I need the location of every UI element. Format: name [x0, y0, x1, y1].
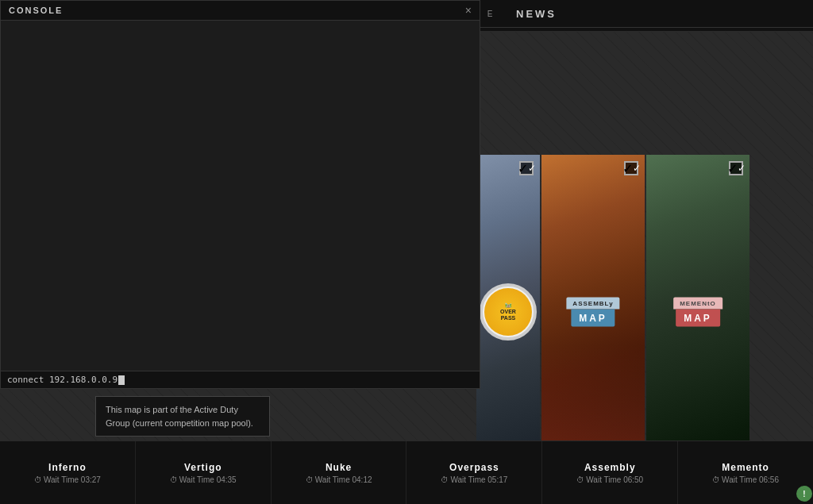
- nuke-wait: ⏱ Wait Time 04:12: [306, 475, 372, 484]
- label-inferno[interactable]: Inferno ⏱ Wait Time 03:27: [0, 441, 136, 504]
- memento-badge-bottom: MAP: [676, 310, 720, 327]
- assembly-badge-bottom: MAP: [571, 310, 615, 327]
- check-icon-assembly: ✓: [622, 161, 633, 176]
- console-input-area[interactable]: connect 192.168.0.0.9: [1, 371, 480, 388]
- vertigo-name: Vertigo: [184, 462, 222, 473]
- label-nuke[interactable]: Nuke ⏱ Wait Time 04:12: [272, 441, 407, 504]
- console-cursor: [118, 375, 125, 385]
- inferno-name: Inferno: [48, 462, 87, 473]
- nav-home[interactable]: E: [476, 0, 504, 28]
- clock-overpass: ⏱: [441, 475, 449, 484]
- overpass-badge-inner: 🛤️ OVER PASS: [484, 288, 532, 336]
- notification-icon: !: [803, 490, 805, 498]
- console-title: CONSOLE: [9, 6, 63, 15]
- check-icon: ✓: [518, 161, 528, 176]
- map-label-row: Inferno ⏱ Wait Time 03:27 Vertigo ⏱ Wait…: [0, 441, 813, 504]
- label-vertigo[interactable]: Vertigo ⏱ Wait Time 04:35: [136, 441, 272, 504]
- vertigo-wait: ⏱ Wait Time 04:35: [170, 475, 237, 484]
- nuke-name: Nuke: [326, 462, 352, 473]
- assembly-badge: ASSEMBLy MAP: [566, 298, 619, 327]
- map-checkbox-overpass[interactable]: ✓: [519, 161, 534, 175]
- map-checkbox-memento[interactable]: ✓: [729, 161, 743, 175]
- nav-label: E: [487, 10, 494, 18]
- notification-circle[interactable]: !: [796, 486, 812, 502]
- maps-row: 🛤️ OVER PASS ✓ Overpass ⏱ Wait Time 05:1…: [476, 60, 749, 504]
- news-title: NEWS: [516, 8, 557, 20]
- assembly-name-bottom: Assembly: [584, 462, 636, 473]
- label-assembly[interactable]: Assembly ⏱ Wait Time 06:50: [542, 441, 678, 504]
- clock-vertigo: ⏱: [170, 475, 178, 484]
- label-memento[interactable]: Memento ⏱ Wait Time 06:56: [678, 441, 813, 504]
- console-header: CONSOLE ×: [1, 1, 480, 21]
- tooltip-text: This map is part of the Active Duty Grou…: [106, 405, 253, 428]
- overpass-wait-bottom: ⏱ Wait Time 05:17: [441, 475, 507, 484]
- map-checkbox-assembly[interactable]: ✓: [624, 161, 638, 175]
- maps-section: 🛤️ OVER PASS ✓ Overpass ⏱ Wait Time 05:1…: [476, 44, 813, 504]
- memento-name-bottom: Memento: [722, 462, 769, 473]
- memento-wait-bottom: ⏱ Wait Time 06:56: [712, 475, 779, 484]
- overpass-badge: 🛤️ OVER PASS: [480, 283, 537, 340]
- clock-assembly-bottom: ⏱: [576, 475, 584, 484]
- console-close-button[interactable]: ×: [465, 4, 472, 17]
- assembly-wait-bottom: ⏱ Wait Time 06:50: [576, 475, 643, 484]
- overpass-name: Overpass: [449, 462, 499, 473]
- console-input[interactable]: connect 192.168.0.0.9: [7, 375, 118, 385]
- memento-badge: MEMENtO MAP: [673, 298, 722, 327]
- clock-inferno: ⏱: [34, 475, 42, 484]
- overpass-badge-container: 🛤️ OVER PASS: [480, 283, 537, 340]
- memento-badge-top: MEMENtO: [673, 298, 722, 310]
- assembly-badge-top: ASSEMBLy: [566, 298, 619, 310]
- console-panel: CONSOLE × connect 192.168.0.0.9: [0, 0, 480, 389]
- overpass-badge-text: 🛤️ OVER PASS: [500, 302, 516, 321]
- clock-memento-bottom: ⏱: [712, 475, 720, 484]
- clock-nuke: ⏱: [306, 475, 314, 484]
- assembly-truck: [541, 345, 645, 441]
- tooltip: This map is part of the Active Duty Grou…: [95, 396, 270, 437]
- inferno-wait: ⏱ Wait Time 03:27: [34, 475, 101, 484]
- label-overpass[interactable]: Overpass ⏱ Wait Time 05:17: [406, 441, 542, 504]
- console-body: [1, 21, 480, 371]
- check-icon-memento: ✓: [727, 161, 738, 176]
- news-header: NEWS: [504, 0, 813, 28]
